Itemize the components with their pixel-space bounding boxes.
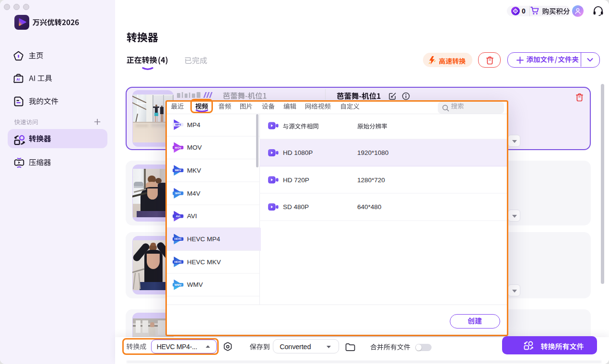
svg-text:HEVC MKV: HEVC MKV — [187, 258, 221, 266]
svg-text:WMV: WMV — [187, 281, 203, 288]
svg-text:M4V: M4V — [187, 190, 200, 197]
svg-text:1280*720: 1280*720 — [357, 176, 385, 184]
svg-text:MKV: MKV — [175, 169, 181, 172]
svg-text:SD 480P: SD 480P — [283, 203, 309, 211]
svg-text:MP4: MP4 — [175, 123, 181, 126]
svg-text:WMV: WMV — [175, 283, 181, 286]
svg-text:MP4: MP4 — [187, 121, 200, 129]
svg-text:AVI: AVI — [187, 212, 197, 220]
svg-text:1920*1080: 1920*1080 — [357, 149, 388, 156]
svg-text:M4V: M4V — [175, 192, 181, 195]
svg-text:MKV: MKV — [187, 167, 201, 174]
svg-text:640*480: 640*480 — [357, 203, 381, 211]
svg-text:HEVC: HEVC — [175, 260, 182, 263]
svg-text:MOV: MOV — [175, 146, 181, 149]
svg-text:HEVC: HEVC — [175, 237, 182, 240]
svg-text:HD 1080P: HD 1080P — [283, 149, 313, 156]
svg-text:HD 720P: HD 720P — [283, 176, 309, 184]
svg-text:AVI: AVI — [176, 215, 181, 218]
svg-text:MOV: MOV — [187, 144, 202, 151]
svg-text:HEVC MP4: HEVC MP4 — [187, 235, 221, 243]
